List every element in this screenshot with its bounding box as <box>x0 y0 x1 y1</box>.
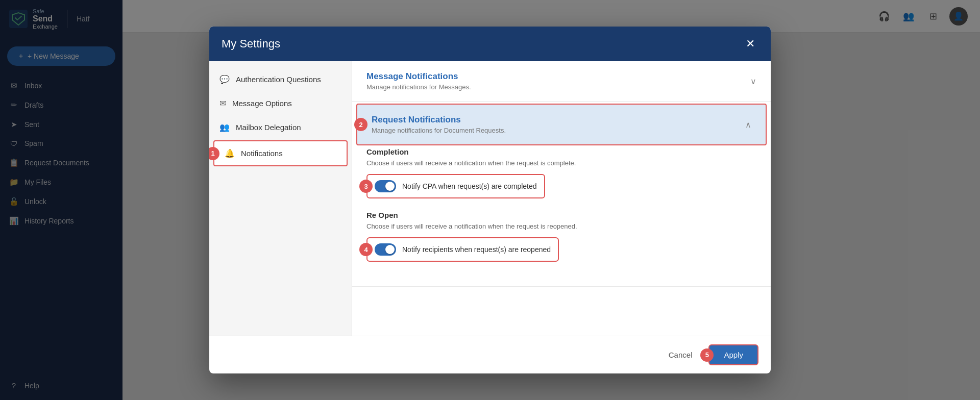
cancel-button[interactable]: Cancel <box>658 345 703 364</box>
completion-subsection: Completion Choose if users will receive … <box>366 147 756 198</box>
message-notifications-chevron: ∨ <box>750 77 756 86</box>
request-notifications-header-wrapper: 2 Request Notifications Manage notificat… <box>352 104 771 145</box>
modal-body: 💬 Authentication Questions ✉ Message Opt… <box>209 61 771 336</box>
message-notifications-header[interactable]: Message Notifications Manage notificatio… <box>352 61 771 101</box>
request-notifications-body: Completion Choose if users will receive … <box>352 147 771 286</box>
modal-content: Message Notifications Manage notificatio… <box>352 61 771 336</box>
auth-questions-icon: 💬 <box>219 74 230 84</box>
request-notifications-section: 2 Request Notifications Manage notificat… <box>352 104 771 287</box>
notify-cpa-completed-toggle[interactable] <box>375 180 396 192</box>
modal-nav-notifications[interactable]: 🔔 Notifications <box>213 140 348 166</box>
modal-nav-auth-questions[interactable]: 💬 Authentication Questions <box>209 67 352 91</box>
message-notifications-section: Message Notifications Manage notificatio… <box>352 61 771 102</box>
completion-title: Completion <box>366 147 756 156</box>
request-notifications-title: Request Notifications <box>372 115 506 125</box>
notify-recipients-reopened-label: Notify recipients when request(s) are re… <box>402 245 551 254</box>
notify-recipients-reopened-toggle[interactable] <box>375 243 396 256</box>
modal-close-button[interactable]: ✕ <box>742 36 758 52</box>
notifications-nav-wrapper: 1 🔔 Notifications <box>209 140 352 166</box>
auth-questions-label: Authentication Questions <box>236 75 321 84</box>
modal-sidebar: 💬 Authentication Questions ✉ Message Opt… <box>209 61 352 336</box>
mailbox-delegation-label: Mailbox Delegation <box>236 123 301 132</box>
step-badge-4: 4 <box>359 243 373 256</box>
message-options-label: Message Options <box>232 99 292 108</box>
toggle-thumb-2 <box>385 245 395 254</box>
notify-recipients-reopened-row: Notify recipients when request(s) are re… <box>366 237 559 262</box>
reopen-title: Re Open <box>366 211 756 219</box>
notifications-icon: 🔔 <box>225 148 235 158</box>
modal-title: My Settings <box>222 37 280 51</box>
modal-footer: Cancel 5 Apply <box>209 336 771 373</box>
notifications-label: Notifications <box>241 149 283 158</box>
modal-nav-message-options[interactable]: ✉ Message Options <box>209 91 352 115</box>
reopen-description: Choose if users will receive a notificat… <box>366 222 756 230</box>
notify-cpa-completed-row: Notify CPA when request(s) are completed <box>366 174 545 198</box>
message-options-icon: ✉ <box>219 98 226 108</box>
mailbox-delegation-icon: 👥 <box>219 122 230 132</box>
modal-header: My Settings ✕ <box>209 27 771 61</box>
step-badge-3: 3 <box>359 180 373 193</box>
message-notifications-header-text: Message Notifications Manage notificatio… <box>366 71 471 91</box>
notify-cpa-completed-label: Notify CPA when request(s) are completed <box>402 182 537 190</box>
step-badge-5: 5 <box>700 348 714 362</box>
message-notifications-title: Message Notifications <box>366 71 471 82</box>
reopen-toggle-wrapper: 4 Notify recipients when request(s) are … <box>366 237 559 262</box>
modal-overlay: My Settings ✕ 💬 Authentication Questions… <box>0 0 980 400</box>
apply-button[interactable]: Apply <box>708 344 758 365</box>
request-notifications-header[interactable]: Request Notifications Manage notificatio… <box>356 104 767 145</box>
modal-nav-mailbox-delegation[interactable]: 👥 Mailbox Delegation <box>209 115 352 139</box>
my-settings-modal: My Settings ✕ 💬 Authentication Questions… <box>209 27 771 373</box>
step-badge-2: 2 <box>354 118 368 131</box>
toggle-thumb <box>385 182 395 191</box>
completion-toggle-wrapper: 3 Notify CPA when request(s) are complet… <box>366 174 545 198</box>
request-notifications-header-text: Request Notifications Manage notificatio… <box>372 115 506 134</box>
request-notifications-chevron: ∧ <box>745 120 751 130</box>
reopen-subsection: Re Open Choose if users will receive a n… <box>366 211 756 262</box>
request-notifications-subtitle: Manage notifications for Document Reques… <box>372 127 506 134</box>
apply-button-wrapper: 5 Apply <box>708 344 758 365</box>
message-notifications-subtitle: Manage notifications for Messages. <box>366 83 471 91</box>
completion-description: Choose if users will receive a notificat… <box>366 159 756 167</box>
